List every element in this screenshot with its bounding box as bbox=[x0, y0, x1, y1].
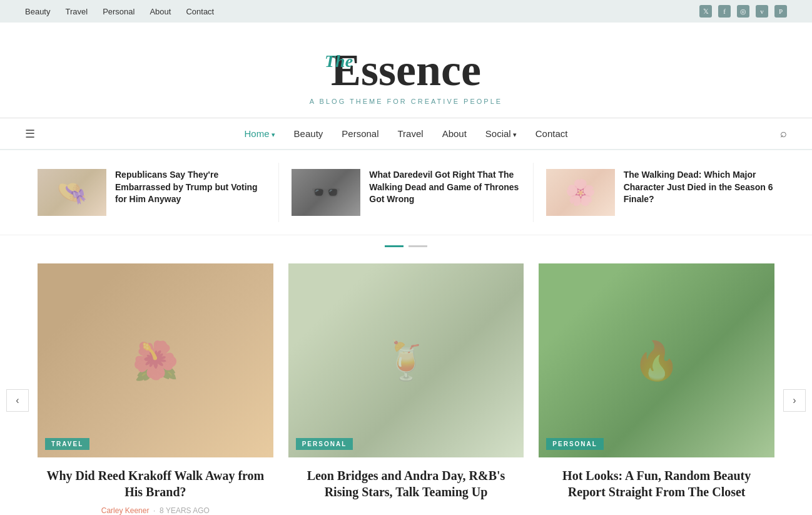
card-image: TRAVEL bbox=[38, 263, 273, 457]
pinterest-icon[interactable]: P bbox=[774, 5, 787, 18]
card-meta: Carley Keener · 8 YEARS AGO bbox=[41, 506, 270, 515]
featured-item[interactable]: The Walking Dead: Which Major Character … bbox=[534, 163, 787, 222]
top-nav-link-personal[interactable]: Personal bbox=[103, 7, 134, 16]
article-card[interactable]: PERSONALHot Looks: A Fun, Random Beauty … bbox=[539, 263, 774, 515]
top-bar: BeautyTravelPersonalAboutContact 𝕏f◎vP bbox=[0, 0, 812, 23]
card-image: PERSONAL bbox=[539, 263, 774, 457]
top-nav: BeautyTravelPersonalAboutContact bbox=[25, 7, 214, 16]
featured-article-title: What Daredevil Got Right That The Walkin… bbox=[369, 169, 520, 206]
nav-item-beauty[interactable]: Beauty bbox=[294, 128, 323, 139]
article-card[interactable]: TRAVELWhy Did Reed Krakoff Walk Away fro… bbox=[38, 263, 273, 515]
nav-item-home[interactable]: Home bbox=[245, 128, 275, 139]
featured-article-title: Republicans Say They're Embarrassed by T… bbox=[115, 169, 266, 206]
search-icon[interactable]: ⌕ bbox=[780, 127, 787, 140]
site-logo: The Essence bbox=[331, 48, 481, 93]
cards-section: ‹ TRAVELWhy Did Reed Krakoff Walk Away f… bbox=[0, 257, 812, 515]
facebook-icon[interactable]: f bbox=[718, 5, 731, 18]
vimeo-icon[interactable]: v bbox=[756, 5, 768, 18]
card-title: Why Did Reed Krakoff Walk Away from His … bbox=[41, 467, 270, 500]
nav-item-about[interactable]: About bbox=[442, 128, 467, 139]
nav-item-travel[interactable]: Travel bbox=[398, 128, 424, 139]
instagram-icon[interactable]: ◎ bbox=[737, 5, 749, 18]
site-tagline: A BLOG THEME FOR CREATIVE PEOPLE bbox=[13, 98, 799, 105]
article-card[interactable]: PERSONALLeon Bridges and Andra Day, R&B'… bbox=[288, 263, 524, 515]
card-title: Hot Looks: A Fun, Random Beauty Report S… bbox=[542, 467, 771, 500]
nav-item-contact[interactable]: Contact bbox=[535, 128, 568, 139]
category-badge[interactable]: TRAVEL bbox=[45, 438, 89, 450]
top-nav-link-contact[interactable]: Contact bbox=[186, 7, 214, 16]
card-author: Carley Keener bbox=[101, 506, 150, 515]
next-arrow-button[interactable]: › bbox=[783, 389, 806, 412]
featured-item[interactable]: Republicans Say They're Embarrassed by T… bbox=[25, 163, 279, 222]
cards-grid: TRAVELWhy Did Reed Krakoff Walk Away fro… bbox=[38, 263, 774, 515]
top-nav-link-travel[interactable]: Travel bbox=[65, 7, 88, 16]
featured-item[interactable]: What Daredevil Got Right That The Walkin… bbox=[279, 163, 533, 222]
top-nav-link-beauty[interactable]: Beauty bbox=[25, 7, 50, 16]
logo-title: Essence bbox=[331, 45, 481, 95]
featured-row: Republicans Say They're Embarrassed by T… bbox=[0, 150, 812, 235]
pagination-dots bbox=[0, 235, 812, 257]
category-badge[interactable]: PERSONAL bbox=[296, 438, 353, 450]
prev-arrow-button[interactable]: ‹ bbox=[6, 389, 29, 412]
top-nav-link-about[interactable]: About bbox=[150, 7, 171, 16]
hamburger-menu[interactable]: ☰ bbox=[25, 127, 35, 141]
main-nav-items: HomeBeautyPersonalTravelAboutSocialConta… bbox=[245, 128, 568, 139]
main-nav: ☰ HomeBeautyPersonalTravelAboutSocialCon… bbox=[0, 118, 812, 150]
card-title: Leon Bridges and Andra Day, R&B's Rising… bbox=[292, 467, 520, 500]
featured-article-title: The Walking Dead: Which Major Character … bbox=[624, 169, 774, 206]
pagination-dot-1[interactable] bbox=[409, 245, 427, 247]
nav-item-social[interactable]: Social bbox=[485, 128, 517, 139]
nav-item-personal[interactable]: Personal bbox=[342, 128, 378, 139]
card-image: PERSONAL bbox=[288, 263, 524, 457]
social-icons-container: 𝕏f◎vP bbox=[699, 5, 787, 18]
twitter-icon[interactable]: 𝕏 bbox=[699, 5, 712, 18]
pagination-dot-0[interactable] bbox=[385, 245, 403, 247]
logo-prefix: The bbox=[325, 53, 353, 70]
category-badge[interactable]: PERSONAL bbox=[546, 438, 604, 450]
site-header: The Essence A BLOG THEME FOR CREATIVE PE… bbox=[0, 23, 812, 118]
